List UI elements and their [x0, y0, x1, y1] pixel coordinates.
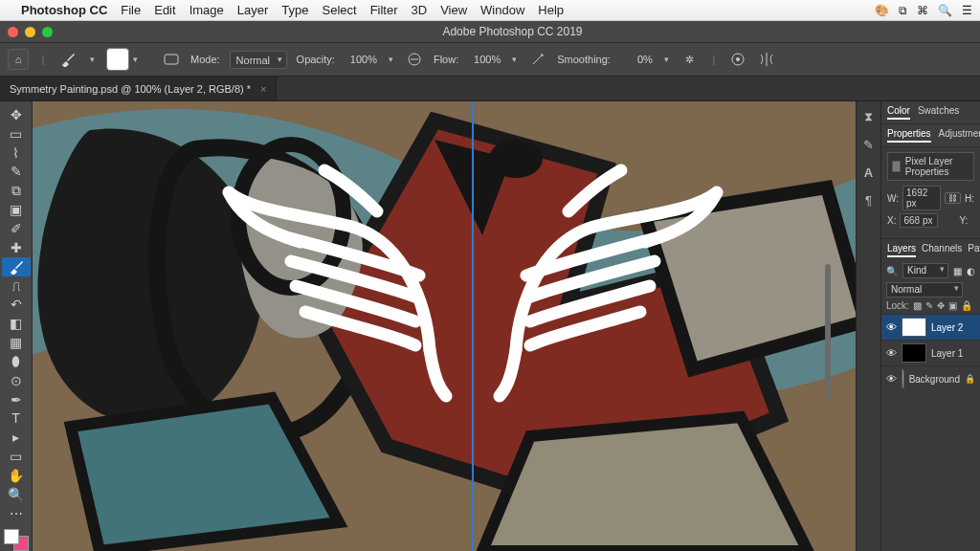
brush-preview-swatch[interactable]: [106, 48, 129, 71]
smoothing-chevron-icon[interactable]: ▾: [662, 55, 671, 64]
filter-pixel-icon[interactable]: ▦: [953, 266, 962, 276]
eyedropper-tool[interactable]: ✐: [2, 219, 31, 238]
close-tab-icon[interactable]: ×: [260, 83, 266, 95]
kind-filter-icon[interactable]: 🔍: [886, 266, 898, 276]
lasso-tool[interactable]: ⌇: [2, 143, 31, 163]
flow-value[interactable]: 100%: [468, 54, 501, 65]
shape-tool[interactable]: ▭: [2, 447, 31, 466]
tab-properties[interactable]: Properties: [887, 128, 931, 143]
menu-3d[interactable]: 3D: [412, 3, 428, 17]
menu-extra2-icon[interactable]: ⧉: [899, 4, 907, 17]
menu-edit[interactable]: Edit: [154, 3, 175, 17]
airbrush-icon[interactable]: [528, 50, 547, 69]
smoothing-value[interactable]: 0%: [620, 54, 653, 65]
history-panel-icon[interactable]: ⧗: [864, 109, 873, 124]
vertical-scrollbar[interactable]: [825, 264, 831, 398]
clone-tool[interactable]: ⎍: [2, 276, 31, 296]
quick-select-tool[interactable]: ✎: [2, 163, 31, 182]
tab-swatches[interactable]: Swatches: [918, 105, 959, 120]
menu-view[interactable]: View: [440, 3, 467, 17]
visibility-icon[interactable]: 👁: [886, 373, 897, 385]
menu-image[interactable]: Image: [189, 3, 224, 17]
menu-layer[interactable]: Layer: [237, 3, 269, 17]
path-select-tool[interactable]: ▸: [2, 428, 31, 447]
symmetry-icon[interactable]: [757, 50, 776, 69]
opacity-chevron-icon[interactable]: ▾: [387, 55, 395, 64]
edit-toolbar-icon[interactable]: ⋯: [2, 504, 31, 523]
pen-tool[interactable]: ✒: [2, 390, 31, 409]
flow-chevron-icon[interactable]: ▾: [510, 55, 519, 64]
layer-row[interactable]: 👁 Layer 2: [881, 314, 980, 340]
glyphs-panel-icon[interactable]: A: [864, 165, 873, 180]
fg-bg-colors[interactable]: [4, 529, 29, 551]
move-tool[interactable]: ✥: [2, 105, 31, 124]
lock-position-icon[interactable]: ✥: [937, 300, 945, 311]
tab-channels[interactable]: Channels: [922, 243, 962, 257]
layer-row[interactable]: 👁 Background 🔒: [881, 365, 980, 391]
opacity-value[interactable]: 100%: [345, 54, 377, 65]
history-brush-tool[interactable]: ↶: [2, 295, 31, 314]
foreground-color-swatch[interactable]: [4, 529, 19, 544]
zoom-tool[interactable]: 🔍: [2, 485, 31, 504]
tab-layers[interactable]: Layers: [887, 243, 916, 257]
tab-color[interactable]: Color: [887, 105, 910, 120]
mode-dropdown[interactable]: Normal: [230, 51, 287, 69]
crop-tool[interactable]: ⧉: [2, 181, 31, 200]
menu-extra4-icon[interactable]: 🔍: [938, 4, 952, 17]
menu-window[interactable]: Window: [480, 3, 524, 17]
zoom-window-icon[interactable]: [42, 27, 53, 37]
frame-tool[interactable]: ▣: [2, 200, 31, 219]
menu-extra-icon[interactable]: 🎨: [875, 4, 889, 17]
lock-pixels-icon[interactable]: ✎: [925, 300, 933, 311]
document-tab[interactable]: Symmetry Painting.psd @ 100% (Layer 2, R…: [0, 77, 277, 100]
kind-filter-dropdown[interactable]: Kind: [902, 263, 948, 278]
blur-tool[interactable]: ⬮: [2, 352, 31, 371]
layer-thumbnail[interactable]: [902, 318, 926, 337]
menu-extra5-icon[interactable]: ☰: [962, 4, 972, 17]
tool-preset-chevron-icon[interactable]: ▾: [88, 55, 97, 64]
canvas-area[interactable]: [33, 101, 856, 551]
lock-all-icon[interactable]: 🔒: [961, 300, 972, 311]
menu-type[interactable]: Type: [281, 3, 308, 17]
filter-adjust-icon[interactable]: ◐: [967, 266, 975, 276]
lock-transparent-icon[interactable]: ▩: [913, 300, 922, 311]
brush-tool-icon[interactable]: [57, 49, 78, 70]
menu-help[interactable]: Help: [538, 3, 564, 17]
tab-adjustments[interactable]: Adjustment: [939, 128, 980, 143]
menu-extra3-icon[interactable]: ⌘: [917, 4, 928, 17]
hand-tool[interactable]: ✋: [2, 466, 31, 485]
layer-thumbnail[interactable]: [902, 343, 926, 363]
smoothing-options-icon[interactable]: ✲: [680, 50, 700, 69]
visibility-icon[interactable]: 👁: [886, 347, 897, 359]
tab-paths[interactable]: Pat: [968, 243, 980, 257]
menu-select[interactable]: Select: [322, 3, 356, 17]
pressure-size-icon[interactable]: [728, 50, 747, 69]
brush-settings-icon[interactable]: [162, 50, 181, 69]
app-name[interactable]: Photoshop CC: [21, 3, 107, 17]
pressure-opacity-icon[interactable]: [405, 50, 424, 69]
gradient-tool[interactable]: ▦: [2, 333, 31, 352]
visibility-icon[interactable]: 👁: [886, 321, 897, 333]
layer-name[interactable]: Layer 2: [931, 322, 963, 333]
layer-row[interactable]: 👁 Layer 1: [881, 340, 980, 365]
dodge-tool[interactable]: ⊙: [2, 371, 31, 390]
paragraph-panel-icon[interactable]: ¶: [865, 193, 872, 208]
eraser-tool[interactable]: ◧: [2, 314, 31, 333]
home-button[interactable]: ⌂: [8, 49, 29, 70]
menu-file[interactable]: File: [121, 3, 141, 17]
width-field[interactable]: 1692 px: [902, 186, 941, 210]
brushes-panel-icon[interactable]: ✎: [863, 138, 874, 152]
x-field[interactable]: 668 px: [900, 213, 938, 228]
marquee-tool[interactable]: ▭: [2, 124, 31, 143]
healing-tool[interactable]: ✚: [2, 238, 31, 257]
type-tool[interactable]: T: [2, 409, 31, 429]
close-window-icon[interactable]: [8, 27, 18, 37]
layer-name[interactable]: Background: [909, 374, 960, 385]
layer-name[interactable]: Layer 1: [931, 348, 963, 359]
link-wh-icon[interactable]: ⛓: [945, 192, 961, 204]
minimize-window-icon[interactable]: [25, 27, 35, 37]
blend-mode-dropdown[interactable]: Normal: [886, 282, 963, 298]
layer-thumbnail[interactable]: [902, 369, 904, 388]
lock-artboard-icon[interactable]: ▣: [948, 300, 957, 311]
menu-filter[interactable]: Filter: [370, 3, 398, 17]
